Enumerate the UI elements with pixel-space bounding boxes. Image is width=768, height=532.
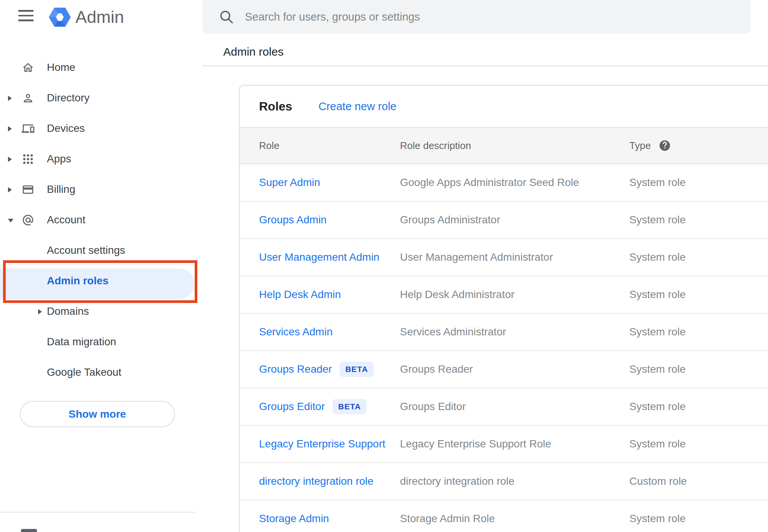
sidebar-item-label: Directory [47, 83, 90, 113]
table-row: Groups Admin Groups Administrator System… [240, 202, 768, 239]
role-description: Services Administrator [400, 326, 629, 338]
role-type: System role [629, 438, 768, 450]
role-link[interactable]: Storage Admin [259, 513, 329, 525]
role-link[interactable]: Super Admin [259, 176, 320, 189]
sidebar-item-label: Google Takeout [47, 357, 122, 388]
sidebar-item-data-migration[interactable]: Data migration [0, 327, 202, 357]
person-icon [22, 92, 34, 104]
sidebar-nav: Home Directory Devices [0, 52, 202, 388]
role-type: System role [629, 251, 768, 263]
partial-sidebar-icon [21, 529, 37, 532]
expand-right-icon[interactable] [8, 95, 12, 101]
role-link[interactable]: User Management Admin [259, 251, 379, 263]
table-row: directory integration role directory int… [240, 463, 768, 500]
table-row: Help Desk Admin Help Desk Administrator … [240, 276, 768, 314]
sidebar-item-domains[interactable]: Domains [0, 296, 202, 327]
role-cell: Legacy Enterprise Support [259, 438, 400, 450]
menu-icon[interactable] [18, 10, 34, 21]
beta-badge: BETA [339, 362, 374, 377]
role-link[interactable]: Services Admin [259, 326, 333, 338]
role-type: System role [629, 363, 768, 375]
role-description: User Management Administrator [400, 251, 629, 263]
sidebar-item-label: Devices [47, 113, 85, 144]
sidebar-item-label: Account settings [47, 235, 125, 266]
roles-card: Roles Create new role Role Role descript… [239, 85, 768, 532]
search-input[interactable] [245, 0, 733, 34]
column-header-description: Role description [400, 128, 471, 163]
role-cell: Help Desk Admin [259, 288, 400, 301]
role-link[interactable]: Groups Reader [259, 363, 332, 375]
sidebar-item-label: Home [47, 52, 75, 83]
devices-icon [22, 122, 34, 135]
role-description: Groups Reader [400, 363, 629, 375]
table-row: Groups Reader BETA Groups Reader System … [240, 351, 768, 388]
roles-card-header: Roles Create new role [240, 86, 768, 127]
role-cell: Groups Admin [259, 214, 400, 226]
role-cell: directory integration role [259, 475, 400, 487]
expand-right-icon[interactable] [8, 156, 12, 162]
expand-right-icon[interactable] [8, 187, 12, 193]
sidebar-item-account[interactable]: Account [0, 205, 202, 235]
role-description: Groups Editor [400, 401, 629, 413]
column-header-type: Type [629, 128, 670, 163]
show-more-button[interactable]: Show more [20, 401, 175, 427]
table-row: Legacy Enterprise Support Legacy Enterpr… [240, 426, 768, 463]
expand-down-icon[interactable] [8, 218, 14, 223]
expand-right-icon[interactable] [8, 126, 12, 132]
role-type: System role [629, 513, 768, 525]
role-description: Groups Administrator [400, 214, 629, 226]
search-icon [218, 9, 234, 25]
create-new-role-link[interactable]: Create new role [318, 86, 397, 127]
sidebar-item-label: Account [47, 205, 85, 235]
app-title: Admin [75, 3, 124, 31]
column-header-role: Role [259, 128, 279, 163]
admin-console-page: Admin Home Directory Devices [0, 0, 768, 532]
role-link[interactable]: Groups Editor [259, 401, 325, 413]
role-type: System role [629, 214, 768, 226]
table-row: Groups Editor BETA Groups Editor System … [240, 388, 768, 426]
apps-grid-icon [22, 153, 34, 165]
role-description: Storage Admin Role [400, 513, 629, 525]
sidebar-divider [0, 512, 196, 513]
sidebar-item-apps[interactable]: Apps [0, 144, 202, 174]
search-bar[interactable] [202, 0, 751, 34]
sidebar-item-account-settings[interactable]: Account settings [0, 235, 202, 266]
help-icon[interactable] [659, 140, 670, 151]
sidebar-item-billing[interactable]: Billing [0, 174, 202, 205]
role-cell: Storage Admin [259, 513, 400, 525]
sidebar-item-directory[interactable]: Directory [0, 83, 202, 113]
role-type: System role [629, 401, 768, 413]
table-row: User Management Admin User Management Ad… [240, 239, 768, 276]
role-description: directory integration role [400, 475, 629, 487]
sidebar-item-label: Billing [47, 174, 75, 205]
at-sign-icon [22, 214, 34, 226]
role-type: System role [629, 176, 768, 189]
sidebar-header: Admin [0, 0, 202, 34]
role-link[interactable]: Groups Admin [259, 214, 326, 226]
role-link[interactable]: directory integration role [259, 475, 373, 487]
role-type: System role [629, 326, 768, 338]
card-title: Roles [259, 86, 292, 127]
beta-badge: BETA [333, 399, 367, 414]
breadcrumb-divider [202, 66, 768, 66]
sidebar-item-devices[interactable]: Devices [0, 113, 202, 144]
sidebar-item-home[interactable]: Home [0, 52, 202, 83]
expand-right-icon[interactable] [38, 309, 42, 315]
role-cell: Groups Reader BETA [259, 362, 400, 377]
table-header-row: Role Role description Type [240, 127, 768, 164]
table-row: Super Admin Google Apps Administrator Se… [240, 164, 768, 202]
role-cell: Services Admin [259, 326, 400, 338]
role-description: Google Apps Administrator Seed Role [400, 176, 629, 189]
role-cell: Super Admin [259, 176, 400, 189]
main-content: Admin roles Roles Create new role Role R… [202, 0, 768, 532]
sidebar: Admin Home Directory Devices [0, 0, 202, 532]
role-cell: User Management Admin [259, 251, 400, 263]
sidebar-item-admin-roles[interactable]: Admin roles [0, 266, 202, 296]
breadcrumb: Admin roles [223, 45, 283, 58]
roles-table-body: Super Admin Google Apps Administrator Se… [240, 164, 768, 532]
role-link[interactable]: Help Desk Admin [259, 288, 341, 301]
role-cell: Groups Editor BETA [259, 399, 400, 414]
role-link[interactable]: Legacy Enterprise Support [259, 438, 386, 450]
sidebar-item-google-takeout[interactable]: Google Takeout [0, 357, 202, 388]
sidebar-item-label: Domains [47, 296, 89, 327]
